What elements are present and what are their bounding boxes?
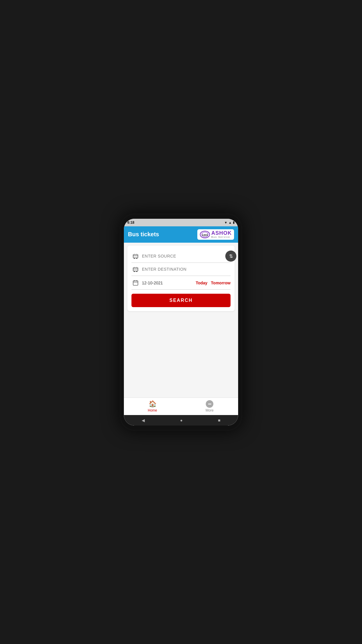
today-button[interactable]: Today (196, 281, 207, 285)
app-header: Bus tickets ABS ASHOK Bus Service (124, 226, 238, 243)
battery-icon: ▮ (233, 220, 235, 224)
svg-point-4 (134, 258, 135, 259)
signal-icon: ▼ (224, 221, 227, 224)
svg-rect-9 (133, 281, 138, 286)
svg-rect-3 (133, 255, 138, 258)
calendar-icon (131, 279, 140, 287)
svg-point-5 (136, 258, 137, 259)
swap-icon: ⇅ (229, 253, 233, 259)
svg-rect-6 (133, 268, 138, 271)
logo-text: ASHOK Bus Service (211, 230, 232, 239)
android-nav-bar: ◀ ● ■ (124, 415, 238, 426)
home-label: Home (148, 408, 157, 412)
more-icon: ••• (206, 400, 213, 408)
search-button[interactable]: SEARCH (131, 294, 231, 307)
logo-main: ASHOK (211, 230, 232, 236)
phone-screen: 6:18 ▼ ▲ ▮ Bus tickets ABS ASHOK Bus Ser… (124, 219, 238, 426)
source-input[interactable] (142, 254, 231, 258)
date-row: 12-10-2021 Today Tomorrow (131, 276, 231, 290)
svg-point-8 (136, 271, 137, 272)
destination-input[interactable] (142, 267, 231, 272)
more-label: More (205, 408, 213, 412)
status-icons: ▼ ▲ ▮ (224, 220, 235, 224)
back-button[interactable]: ◀ (142, 418, 145, 423)
logo-sub: Bus Service (211, 236, 232, 239)
svg-point-7 (134, 271, 135, 272)
home-button[interactable]: ● (180, 418, 182, 423)
phone-device: 6:18 ▼ ▲ ▮ Bus tickets ABS ASHOK Bus Ser… (120, 214, 242, 431)
search-card: ⇅ (127, 246, 235, 311)
status-time: 6:18 (127, 220, 134, 225)
nav-more[interactable]: ••• More (181, 400, 238, 412)
content-area (124, 314, 238, 397)
bottom-nav: 🏠 Home ••• More (124, 398, 238, 415)
recents-button[interactable]: ■ (218, 418, 220, 423)
header-title: Bus tickets (128, 231, 159, 238)
bus-source-icon (131, 252, 140, 260)
network-icon: ▲ (229, 221, 232, 224)
logo-box: ABS ASHOK Bus Service (197, 229, 234, 240)
date-value[interactable]: 12-10-2021 (142, 281, 193, 285)
bus-dest-icon (131, 265, 140, 273)
destination-row (131, 263, 231, 276)
home-icon: 🏠 (149, 400, 157, 408)
nav-home[interactable]: 🏠 Home (124, 400, 181, 412)
svg-text:ABS: ABS (202, 233, 208, 236)
source-row: ⇅ (131, 250, 231, 263)
logo-emblem-icon: ABS (200, 230, 210, 239)
status-bar: 6:18 ▼ ▲ ▮ (124, 219, 238, 226)
tomorrow-button[interactable]: Tomorrow (211, 281, 231, 285)
swap-button[interactable]: ⇅ (225, 251, 236, 262)
